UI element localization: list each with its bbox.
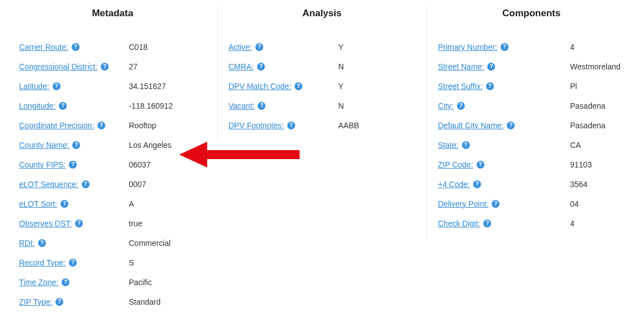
metadata-label-text: Observes DST:	[19, 219, 72, 228]
metadata-label-link[interactable]: Latitude:?	[19, 82, 60, 91]
analysis-row: Active:?Y	[228, 43, 416, 52]
analysis-label-link[interactable]: DPV Match Code:?	[228, 82, 302, 91]
help-icon[interactable]: ?	[59, 102, 67, 110]
metadata-row: ZIP Type:?Standard	[19, 297, 206, 306]
help-icon[interactable]: ?	[97, 122, 105, 129]
metadata-row: eLOT Sort:?A	[19, 199, 206, 208]
components-label-link[interactable]: Street Name:?	[438, 62, 495, 71]
metadata-label-link[interactable]: Congressional District:?	[19, 62, 109, 71]
components-column: Components Primary Number:?4Street Name:…	[427, 6, 636, 239]
metadata-label-text: County Name:	[19, 141, 69, 150]
metadata-label-link[interactable]: County Name:?	[19, 141, 80, 150]
components-value: Pl	[563, 82, 625, 91]
components-label-link[interactable]: Default City Name:?	[438, 121, 515, 130]
help-icon[interactable]: ?	[75, 220, 83, 227]
metadata-label-text: Latitude:	[19, 82, 49, 91]
help-icon[interactable]: ?	[295, 82, 302, 90]
help-icon[interactable]: ?	[82, 180, 90, 188]
analysis-label-link[interactable]: Vacant:?	[228, 101, 265, 110]
help-icon[interactable]: ?	[255, 43, 263, 51]
metadata-row: Latitude:?34.151627	[19, 82, 206, 91]
components-value: Pasadena	[563, 101, 625, 110]
analysis-label-link[interactable]: Active:?	[228, 43, 263, 52]
help-icon[interactable]: ?	[492, 200, 500, 208]
analysis-label-link[interactable]: CMRA:?	[228, 62, 265, 71]
metadata-label-link[interactable]: County FIPS:?	[19, 160, 77, 169]
components-label-link[interactable]: Primary Number:?	[438, 43, 508, 52]
components-row: ZIP Code:?91103	[438, 160, 625, 169]
metadata-label-text: Coordinate Precision:	[19, 121, 94, 130]
metadata-label-link[interactable]: Record Type:?	[19, 258, 77, 267]
help-icon[interactable]: ?	[501, 43, 508, 51]
help-icon[interactable]: ?	[457, 102, 465, 110]
metadata-value: Standard	[122, 297, 206, 306]
help-icon[interactable]: ?	[473, 180, 481, 188]
columns-container: Metadata Carrier Route:?C018Congressiona…	[0, 0, 644, 323]
help-icon[interactable]: ?	[72, 43, 80, 51]
metadata-label-link[interactable]: ZIP Type:?	[19, 297, 63, 306]
help-icon[interactable]: ?	[62, 278, 69, 286]
help-icon[interactable]: ?	[477, 161, 484, 169]
help-icon[interactable]: ?	[486, 82, 494, 90]
analysis-value: Y	[332, 43, 416, 52]
metadata-value: 34.151627	[122, 82, 206, 91]
help-icon[interactable]: ?	[69, 259, 77, 267]
metadata-value: C018	[122, 43, 206, 52]
metadata-column: Metadata Carrier Route:?C018Congressiona…	[8, 6, 217, 317]
metadata-label-link[interactable]: eLOT Sort:?	[19, 199, 68, 208]
analysis-label-text: Vacant:	[228, 101, 254, 110]
help-icon[interactable]: ?	[72, 141, 80, 149]
metadata-row: County Name:?Los Angeles	[19, 141, 206, 150]
analysis-value: N	[332, 101, 416, 110]
components-header: Components	[438, 8, 625, 19]
components-label-text: Check Digit:	[438, 219, 480, 228]
help-icon[interactable]: ?	[101, 63, 109, 71]
analysis-header: Analysis	[228, 8, 416, 19]
analysis-label-link[interactable]: DPV Footnotes:?	[228, 121, 295, 130]
components-label-link[interactable]: ZIP Code:?	[438, 160, 484, 169]
help-icon[interactable]: ?	[483, 220, 491, 227]
metadata-label-text: County FIPS:	[19, 160, 66, 169]
help-icon[interactable]: ?	[60, 200, 68, 208]
help-icon[interactable]: ?	[38, 239, 46, 247]
analysis-label-text: CMRA:	[228, 62, 254, 71]
metadata-label-link[interactable]: Observes DST:?	[19, 219, 83, 228]
metadata-value: Los Angeles	[122, 141, 206, 150]
metadata-label-link[interactable]: RDI:?	[19, 239, 46, 248]
help-icon[interactable]: ?	[53, 82, 60, 90]
components-value: 91103	[563, 160, 625, 169]
metadata-label-text: eLOT Sequence:	[19, 180, 78, 189]
help-icon[interactable]: ?	[69, 161, 77, 169]
help-icon[interactable]: ?	[287, 122, 295, 129]
metadata-label-link[interactable]: Time Zone:?	[19, 278, 69, 287]
metadata-label-text: Carrier Route:	[19, 43, 68, 52]
metadata-label-link[interactable]: Carrier Route:?	[19, 43, 80, 52]
components-label-text: Street Suffix:	[438, 82, 483, 91]
help-icon[interactable]: ?	[487, 63, 495, 71]
components-label-link[interactable]: State:?	[438, 141, 470, 150]
components-label-link[interactable]: Check Digit:?	[438, 219, 491, 228]
help-icon[interactable]: ?	[462, 141, 470, 149]
metadata-label-link[interactable]: Longitude:?	[19, 101, 67, 110]
metadata-label-link[interactable]: Coordinate Precision:?	[19, 121, 105, 130]
components-row: Primary Number:?4	[438, 43, 625, 52]
components-label-link[interactable]: +4 Code:?	[438, 180, 481, 189]
components-label-link[interactable]: Street Suffix:?	[438, 82, 494, 91]
analysis-value: AABB	[332, 121, 416, 130]
components-label-link[interactable]: Delivery Point:?	[438, 199, 500, 208]
metadata-label-link[interactable]: eLOT Sequence:?	[19, 180, 90, 189]
components-value: 04	[563, 199, 625, 208]
components-row: Street Name:?Westmoreland	[438, 62, 625, 71]
components-label-link[interactable]: City:?	[438, 101, 465, 110]
components-label-text: State:	[438, 141, 459, 150]
components-row: Delivery Point:?04	[438, 199, 625, 208]
analysis-row: CMRA:?N	[228, 62, 416, 71]
help-icon[interactable]: ?	[257, 63, 265, 71]
components-value: 4	[563, 219, 625, 228]
metadata-value: 0007	[122, 180, 206, 189]
components-label-text: Default City Name:	[438, 121, 503, 130]
components-label-text: ZIP Code:	[438, 160, 473, 169]
help-icon[interactable]: ?	[258, 102, 265, 110]
help-icon[interactable]: ?	[55, 298, 63, 306]
help-icon[interactable]: ?	[507, 122, 515, 129]
